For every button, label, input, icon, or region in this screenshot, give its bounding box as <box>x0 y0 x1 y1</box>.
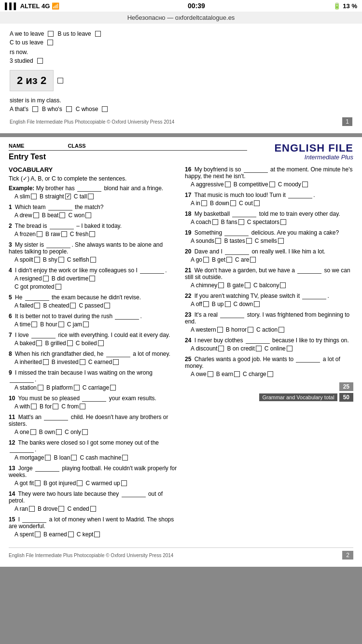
cb-5c[interactable] <box>104 303 110 308</box>
checkbox-straight[interactable] <box>65 194 71 199</box>
checkbox-c1[interactable] <box>47 40 53 45</box>
cb-20a[interactable] <box>203 257 209 263</box>
cb-22b[interactable] <box>225 301 231 307</box>
cb-2c[interactable] <box>89 231 95 237</box>
cb-10c[interactable] <box>80 404 85 409</box>
cb-17c[interactable] <box>254 200 260 206</box>
cb-14a[interactable] <box>29 506 35 512</box>
cb-14c[interactable] <box>90 506 96 512</box>
cb-3a[interactable] <box>34 257 40 263</box>
cb-19a[interactable] <box>215 238 221 244</box>
q10-options: A with B for C from <box>9 403 177 410</box>
checkbox-tall[interactable] <box>88 194 94 199</box>
cb-24a[interactable] <box>218 346 224 351</box>
cb-11b[interactable] <box>56 429 62 435</box>
cb-2b[interactable] <box>61 231 67 237</box>
cb-9a[interactable] <box>38 385 43 391</box>
cb-13a[interactable] <box>35 480 41 486</box>
cb-11c[interactable] <box>82 429 88 435</box>
cb-25b[interactable] <box>234 371 240 377</box>
cb-25a[interactable] <box>208 371 213 377</box>
brand-title: ENGLISH FILE <box>257 143 353 154</box>
cb-8a[interactable] <box>43 359 49 365</box>
test-page: NAME CLASS Entry Test ENGLISH FILE Inter… <box>0 137 362 567</box>
cb-4a[interactable] <box>43 276 49 281</box>
cb-12a[interactable] <box>45 455 51 461</box>
cb-6a[interactable] <box>31 322 37 327</box>
cb-8c[interactable] <box>113 359 119 365</box>
cb-9c[interactable] <box>110 385 116 391</box>
cb-24b[interactable] <box>256 346 262 351</box>
battery-label: 13 % <box>343 2 357 10</box>
cb-20c[interactable] <box>250 257 256 263</box>
cb-16a[interactable] <box>225 182 231 187</box>
cb-10a[interactable] <box>31 404 37 409</box>
cb-4b[interactable] <box>89 276 95 281</box>
carrier-label: ALTEL 4G <box>20 2 50 10</box>
cb-21a[interactable] <box>218 282 224 288</box>
cb-14b[interactable] <box>58 506 64 512</box>
cb-12c[interactable] <box>122 455 128 461</box>
cb-15b[interactable] <box>68 532 74 537</box>
cb-1c[interactable] <box>85 212 91 218</box>
cb-16c[interactable] <box>302 182 308 187</box>
cb-6b[interactable] <box>58 322 64 327</box>
cb-12b[interactable] <box>71 455 77 461</box>
cb-24c[interactable] <box>287 346 292 351</box>
cb-3c[interactable] <box>90 257 96 263</box>
cb-7b[interactable] <box>67 340 73 346</box>
cb-15c[interactable] <box>94 532 100 537</box>
checkbox-a1[interactable] <box>48 31 54 37</box>
cb-15a[interactable] <box>35 532 41 537</box>
opt-b: B who's <box>42 106 62 112</box>
checkbox-b1[interactable] <box>95 31 101 37</box>
cb-19c[interactable] <box>278 238 284 244</box>
checkbox-whos[interactable] <box>66 106 72 112</box>
status-left: ▌▌▌ ALTEL 4G 📶 <box>5 2 59 10</box>
cb-6c[interactable] <box>83 322 89 327</box>
checkbox-slim[interactable] <box>31 194 37 199</box>
cb-5b[interactable] <box>70 303 76 308</box>
question-6: 6 It is better not to travel during the … <box>9 313 177 328</box>
cb-3b[interactable] <box>58 257 64 263</box>
cb-18b[interactable] <box>238 219 244 225</box>
cb-17a[interactable] <box>201 200 207 206</box>
question-20: 20 Dave and I on really well. I like him… <box>185 248 353 263</box>
cb-21c[interactable] <box>280 282 286 288</box>
cb-13c[interactable] <box>121 480 127 486</box>
question-12: 12 The banks were closed so I got some m… <box>9 439 177 461</box>
cb-22a[interactable] <box>203 301 209 307</box>
cb-2a[interactable] <box>37 231 42 237</box>
cb-5a[interactable] <box>34 303 40 308</box>
cb-8b[interactable] <box>80 359 85 365</box>
options-row-2: C to us leave <box>10 39 352 46</box>
cb-23b[interactable] <box>248 327 253 333</box>
cb-20b[interactable] <box>226 257 232 263</box>
cb-1a[interactable] <box>33 212 39 218</box>
cb-16b[interactable] <box>269 182 275 187</box>
cb-19b[interactable] <box>246 238 252 244</box>
cb-23c[interactable] <box>278 327 284 333</box>
cb-22c[interactable] <box>254 301 260 307</box>
checkbox-whose[interactable] <box>102 106 108 112</box>
cb-17b[interactable] <box>230 200 236 206</box>
checkbox-thats[interactable] <box>32 106 38 112</box>
checkbox-studied[interactable] <box>37 58 43 64</box>
cb-7a[interactable] <box>36 340 42 346</box>
q22-options: A off B up C down <box>185 301 353 308</box>
cb-23a[interactable] <box>217 327 223 333</box>
cb-10b[interactable] <box>53 404 58 409</box>
cb-4c[interactable] <box>56 284 61 290</box>
cb-21b[interactable] <box>245 282 251 288</box>
cb-9b[interactable] <box>74 385 80 391</box>
url-bar[interactable]: Небезопасно — oxfordeltcatalogue.es <box>0 12 362 24</box>
footer-text: English File Intermediate Plus Photocopi… <box>9 553 173 558</box>
checkbox-extra[interactable] <box>57 78 63 84</box>
cb-18a[interactable] <box>212 219 218 225</box>
cb-25c[interactable] <box>267 371 273 377</box>
cb-7c[interactable] <box>98 340 104 346</box>
cb-18c[interactable] <box>280 219 286 225</box>
cb-11a[interactable] <box>30 429 36 435</box>
cb-13b[interactable] <box>77 480 83 486</box>
cb-1b[interactable] <box>59 212 65 218</box>
